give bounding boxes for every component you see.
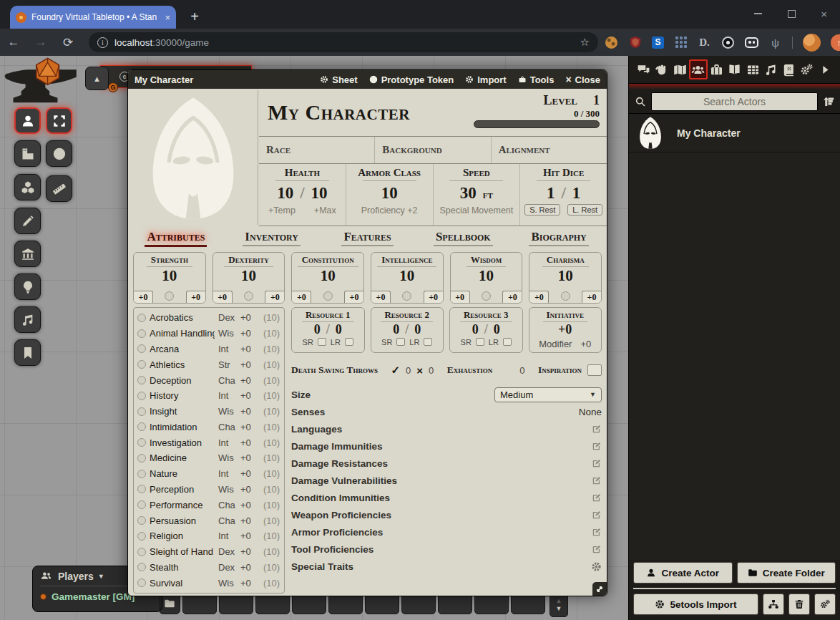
ability-score[interactable]: 10 (321, 267, 336, 285)
skill-name[interactable]: Nature (150, 468, 215, 479)
window-resize-handle[interactable] (592, 582, 607, 596)
lighting-tool-button[interactable] (14, 273, 41, 300)
sidebar-tab-settings[interactable] (798, 59, 816, 79)
page-up-icon[interactable]: ▲ (556, 597, 562, 605)
ability-name[interactable]: Wisdom (467, 254, 507, 267)
d-extension-icon[interactable]: D. (698, 36, 711, 49)
notes-tool-button[interactable] (14, 339, 41, 366)
resource-label[interactable]: Resource 3 (460, 309, 512, 322)
ability-save-mod[interactable]: +0 (529, 291, 549, 303)
tab-attributes[interactable]: Attributes (128, 230, 224, 250)
hp-current[interactable]: 10 (277, 184, 293, 203)
hp-tempmax-label[interactable]: +Max (314, 205, 336, 215)
skill-row[interactable]: Nature Int +0 (10) (137, 466, 280, 482)
ability-check-mod[interactable]: +0 (186, 291, 205, 303)
skill-row[interactable]: Religion Int +0 (10) (137, 528, 280, 544)
long-rest-checkbox[interactable] (424, 338, 432, 346)
skill-proficiency-toggle[interactable] (137, 314, 146, 322)
skill-name[interactable]: Investigation (150, 437, 215, 448)
forward-icon[interactable]: → (27, 35, 54, 49)
skill-row[interactable]: Insight Wis +0 (10) (137, 404, 280, 420)
resource-value[interactable]: 0 (393, 322, 399, 337)
sounds-tool-button[interactable] (14, 306, 41, 333)
ability-check-mod[interactable]: +0 (582, 291, 601, 303)
profile-avatar[interactable] (803, 34, 821, 52)
resource-value[interactable]: 0 (472, 322, 479, 337)
ability-proficiency-toggle[interactable] (165, 291, 174, 301)
resource-max[interactable]: 0 (494, 322, 500, 337)
skill-row[interactable]: Athletics Str +0 (10) (137, 357, 280, 372)
macro-page-buttons[interactable]: ▲ ▼ (550, 593, 568, 617)
sidebar-tab-tables[interactable] (743, 59, 761, 79)
sidebar-tab-items[interactable] (708, 59, 726, 79)
browser-update-icon[interactable]: ↑ (831, 34, 840, 51)
game-canvas[interactable]: ▲ c G (0, 56, 840, 620)
edit-icon[interactable] (592, 424, 602, 434)
page-down-icon[interactable]: ▼ (556, 605, 562, 613)
s-extension-icon[interactable]: S (652, 37, 664, 49)
inspiration-checkbox[interactable] (587, 364, 602, 376)
short-rest-checkbox[interactable] (476, 338, 484, 346)
ability-proficiency-toggle[interactable] (244, 291, 253, 301)
ability-save-mod[interactable]: +0 (134, 291, 153, 303)
sheet-config-button[interactable]: Sheet (320, 74, 357, 85)
edit-icon[interactable] (592, 544, 602, 554)
sidebar-tab-chat[interactable] (635, 59, 653, 79)
edit-icon[interactable] (592, 441, 602, 451)
nav-collapse-button[interactable]: ▲ (85, 67, 109, 90)
hit-dice-max[interactable]: 1 (572, 184, 581, 203)
size-select[interactable]: Medium▼ (494, 387, 602, 402)
skill-name[interactable]: Survival (150, 578, 215, 588)
ability-score[interactable]: 10 (479, 267, 494, 285)
skill-name[interactable]: Acrobatics (150, 312, 215, 323)
skill-row[interactable]: Deception Cha +0 (10) (137, 372, 280, 388)
short-rest-checkbox[interactable] (396, 338, 405, 346)
skill-row[interactable]: Survival Wis +0 (10) (137, 575, 280, 591)
sidebar-collapse-button[interactable] (816, 59, 834, 79)
skill-name[interactable]: Athletics (150, 359, 215, 370)
sidebar-tab-compendium[interactable] (780, 59, 798, 79)
ability-score[interactable]: 10 (558, 267, 573, 285)
ability-proficiency-toggle[interactable] (402, 291, 411, 301)
grid-extension-icon[interactable] (674, 36, 688, 49)
ability-check-mod[interactable]: +0 (424, 291, 443, 303)
resource-label[interactable]: Resource 1 (302, 309, 354, 322)
ability-name[interactable]: Constitution (298, 254, 358, 267)
configure-button[interactable] (814, 594, 836, 615)
skill-proficiency-toggle[interactable] (137, 407, 146, 416)
skill-proficiency-toggle[interactable] (137, 500, 146, 509)
exhaustion-value[interactable]: 0 (519, 365, 524, 376)
sidebar-tab-journal[interactable] (726, 59, 743, 79)
short-rest-button[interactable]: S. Rest (524, 204, 560, 215)
edit-icon[interactable] (592, 475, 602, 485)
sheet-titlebar[interactable]: My Character Sheet Prototype Token Impor… (128, 70, 607, 89)
cookie-extension-icon[interactable] (605, 36, 618, 49)
bookmark-star-icon[interactable]: ☆ (580, 36, 590, 49)
skill-proficiency-toggle[interactable] (137, 360, 146, 369)
level-value[interactable]: 1 (593, 93, 600, 108)
skill-proficiency-toggle[interactable] (137, 578, 146, 587)
ac-value[interactable]: 10 (381, 184, 398, 203)
skill-row[interactable]: Performance Cha +0 (10) (137, 497, 280, 513)
ability-save-mod[interactable]: +0 (371, 291, 391, 303)
back-icon[interactable]: ← (0, 35, 27, 49)
special-movement-link[interactable]: Special Movement (439, 205, 513, 215)
tab-close-icon[interactable]: × (165, 13, 170, 22)
death-success-icon[interactable]: ✓ (391, 364, 400, 377)
speed-value[interactable]: 30 (460, 184, 477, 203)
template-tool-button[interactable] (46, 140, 72, 167)
resource-max[interactable]: 0 (336, 322, 342, 337)
hit-dice-current[interactable]: 1 (547, 184, 555, 203)
fork-extension-icon[interactable]: ψ (768, 36, 782, 49)
skill-row[interactable]: Intimidation Cha +0 (10) (137, 419, 280, 435)
ability-check-mod[interactable]: +0 (502, 291, 522, 303)
ability-check-mod[interactable]: +0 (265, 291, 284, 303)
robot-extension-icon[interactable] (745, 36, 758, 49)
minimize-icon[interactable] (754, 13, 762, 14)
eye-extension-icon[interactable] (721, 36, 735, 49)
skill-row[interactable]: Animal Handling Wis +0 (10) (137, 326, 280, 342)
skill-name[interactable]: Sleight of Hand (150, 546, 215, 557)
ability-proficiency-toggle[interactable] (482, 291, 491, 301)
short-rest-checkbox[interactable] (318, 338, 326, 346)
tools-button[interactable]: Tools (518, 74, 555, 85)
